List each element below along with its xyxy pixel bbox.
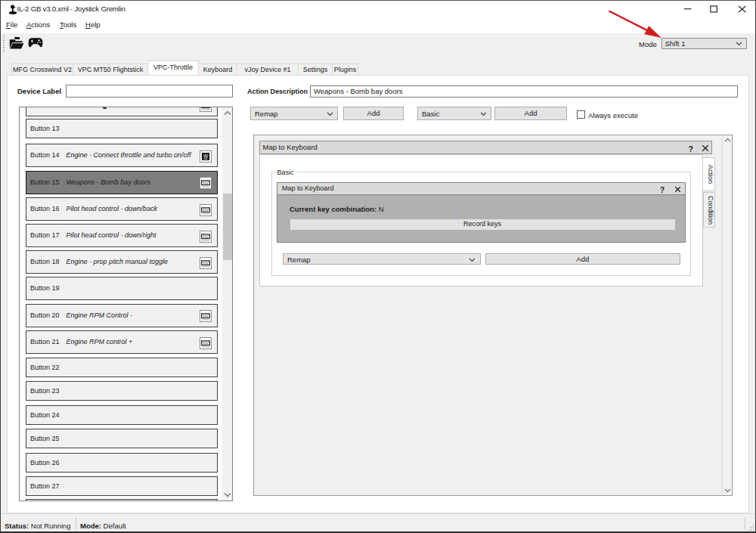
svg-text:W: W [203, 153, 208, 158]
